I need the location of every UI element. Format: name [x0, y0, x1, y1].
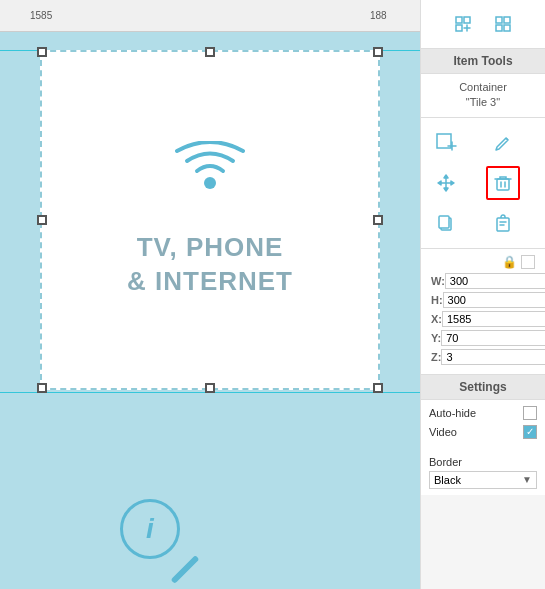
- handle-br[interactable]: [373, 383, 383, 393]
- settings-header: Settings: [421, 375, 545, 400]
- ruler-mark-1585: 1585: [30, 10, 52, 21]
- border-value: Black: [434, 474, 461, 486]
- height-label: H:: [431, 294, 443, 306]
- video-row: Video: [429, 425, 537, 439]
- y-input[interactable]: [441, 330, 545, 346]
- height-row: H:: [431, 292, 535, 308]
- height-input[interactable]: [443, 292, 545, 308]
- x-label: X:: [431, 313, 442, 325]
- edit-btn[interactable]: [486, 126, 520, 160]
- svg-rect-2: [496, 17, 502, 23]
- container-tile[interactable]: TV, PHONE & INTERNET: [40, 50, 380, 390]
- x-input[interactable]: [442, 311, 545, 327]
- handle-tr[interactable]: [373, 47, 383, 57]
- autohide-label: Auto-hide: [429, 407, 476, 419]
- width-label: W:: [431, 275, 445, 287]
- z-input[interactable]: [441, 349, 545, 365]
- border-label: Border: [429, 456, 537, 468]
- magnifier-handle: [171, 555, 200, 584]
- add-container-btn[interactable]: [429, 126, 463, 160]
- right-panel: Item Tools Container "Tile 3" 🔒: [420, 0, 545, 589]
- z-label: Z:: [431, 351, 441, 363]
- container-label: Container "Tile 3": [421, 74, 545, 118]
- tool-icons-grid: [421, 118, 545, 249]
- lock-icon-row: 🔒: [431, 255, 535, 269]
- border-section: Border Black ▼: [421, 450, 545, 495]
- unlock-icon[interactable]: [521, 255, 535, 269]
- ruler-top: 1585 188: [0, 0, 420, 32]
- export-icon-btn[interactable]: [449, 10, 477, 38]
- info-i-letter: i: [146, 513, 154, 545]
- video-checkbox[interactable]: [523, 425, 537, 439]
- delete-btn[interactable]: [486, 166, 520, 200]
- z-row: Z:: [431, 349, 535, 365]
- svg-rect-1: [456, 17, 462, 23]
- width-input[interactable]: [445, 273, 545, 289]
- chevron-down-icon: ▼: [522, 474, 532, 485]
- border-select[interactable]: Black ▼: [429, 471, 537, 489]
- handle-tm[interactable]: [205, 47, 215, 57]
- settings-section: Auto-hide Video: [421, 400, 545, 450]
- handle-bl[interactable]: [37, 383, 47, 393]
- svg-rect-4: [496, 25, 502, 31]
- tile-text: TV, PHONE & INTERNET: [127, 231, 293, 299]
- panel-icon-bar: [421, 0, 545, 49]
- y-label: Y:: [431, 332, 441, 344]
- svg-point-0: [204, 177, 216, 189]
- y-row: Y:: [431, 330, 535, 346]
- svg-rect-5: [504, 25, 510, 31]
- move-btn[interactable]: [429, 166, 463, 200]
- video-label: Video: [429, 426, 457, 438]
- autohide-checkbox[interactable]: [523, 406, 537, 420]
- lock-icon[interactable]: 🔒: [502, 255, 517, 269]
- ruler-mark-188: 188: [370, 10, 387, 21]
- import-icon-btn[interactable]: [489, 10, 517, 38]
- info-magnifier-icon: i: [120, 499, 180, 559]
- handle-lm[interactable]: [37, 215, 47, 225]
- handle-tl[interactable]: [37, 47, 47, 57]
- width-row: W:: [431, 273, 535, 289]
- canvas-content: TV, PHONE & INTERNET i: [0, 32, 420, 589]
- handle-rm[interactable]: [373, 215, 383, 225]
- svg-rect-7: [497, 179, 509, 190]
- info-circle: i: [120, 499, 180, 559]
- svg-rect-9: [439, 216, 449, 228]
- wifi-icon: [165, 141, 255, 216]
- autohide-row: Auto-hide: [429, 406, 537, 420]
- svg-rect-3: [504, 17, 510, 23]
- paste-btn[interactable]: [486, 206, 520, 240]
- item-tools-header: Item Tools: [421, 49, 545, 74]
- copy-btn[interactable]: [429, 206, 463, 240]
- canvas-area: 1585 188: [0, 0, 420, 589]
- handle-bm[interactable]: [205, 383, 215, 393]
- properties-section: 🔒 W: H: X: Y: Z:: [421, 249, 545, 375]
- x-row: X:: [431, 311, 535, 327]
